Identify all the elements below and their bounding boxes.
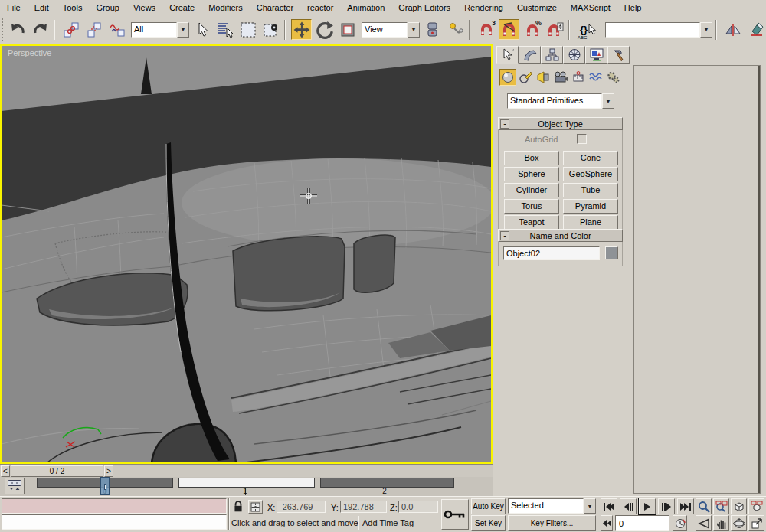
menu-item[interactable]: Create: [162, 2, 201, 14]
tab-modify[interactable]: [519, 46, 541, 64]
name-color-rollout-header[interactable]: - Name and Color: [498, 229, 623, 242]
object-type-button-geosphere[interactable]: GeoSphere: [563, 167, 618, 181]
y-coord-field[interactable]: [340, 501, 387, 513]
menu-item[interactable]: Rendering: [457, 2, 510, 14]
select-by-name-icon[interactable]: [214, 19, 235, 40]
fov-icon[interactable]: [696, 515, 712, 531]
add-time-tag[interactable]: Add Time Tag: [362, 518, 414, 527]
viewport-label[interactable]: Perspective: [8, 48, 51, 57]
object-type-button-cylinder[interactable]: Cylinder: [504, 183, 559, 197]
tab-motion[interactable]: [563, 46, 585, 64]
go-to-start-icon[interactable]: [601, 498, 617, 514]
snap-3d-icon[interactable]: 3: [476, 19, 496, 40]
track-range-icon[interactable]: [5, 478, 25, 494]
menu-item[interactable]: Graph Editors: [391, 2, 457, 14]
previous-frame-icon[interactable]: [620, 498, 637, 514]
object-type-button-pyramid[interactable]: Pyramid: [563, 199, 618, 214]
rotate-icon[interactable]: [314, 19, 335, 40]
track-bar[interactable]: 0 1 2: [0, 477, 493, 496]
menu-item[interactable]: Group: [89, 2, 126, 14]
next-frame-icon[interactable]: [658, 498, 675, 514]
zoom-icon[interactable]: [696, 498, 712, 514]
autogrid-checkbox[interactable]: [577, 134, 587, 144]
systems-icon[interactable]: [605, 69, 622, 86]
object-type-button-plane[interactable]: Plane: [563, 215, 618, 230]
track-bar-frame-indicator[interactable]: [100, 477, 110, 495]
key-mode-dropdown[interactable]: Selected ▼: [508, 498, 596, 514]
arc-rotate-icon[interactable]: [731, 515, 747, 531]
angle-snap-icon[interactable]: [499, 19, 519, 40]
zoom-all-icon[interactable]: [713, 498, 729, 514]
menu-item[interactable]: Modifiers: [201, 2, 250, 14]
chevron-down-icon[interactable]: ▼: [700, 22, 712, 38]
undo-icon[interactable]: [7, 19, 28, 40]
viewport-canvas[interactable]: [2, 46, 491, 462]
play-button-icon[interactable]: [639, 498, 656, 514]
menu-item[interactable]: File: [0, 2, 28, 14]
selection-filter-dropdown[interactable]: All ▼: [131, 22, 189, 38]
chevron-down-icon[interactable]: ▼: [177, 22, 189, 38]
menu-item[interactable]: Views: [126, 2, 162, 14]
auto-key-button[interactable]: Auto Key: [471, 498, 506, 514]
named-selection-dropdown[interactable]: ▼: [605, 22, 712, 38]
align-icon[interactable]: [745, 19, 766, 40]
time-slider-handle[interactable]: 0 / 2: [11, 465, 103, 477]
key-mode-toggle-icon[interactable]: [601, 515, 613, 531]
pan-hand-icon[interactable]: [713, 515, 729, 531]
redo-icon[interactable]: [30, 19, 51, 40]
set-keys-button[interactable]: [441, 499, 469, 530]
menu-item[interactable]: reactor: [300, 2, 340, 14]
menu-item[interactable]: Help: [617, 2, 649, 14]
cameras-icon[interactable]: [552, 69, 569, 86]
object-type-button-torus[interactable]: Torus: [504, 199, 559, 214]
select-link-icon[interactable]: [61, 19, 81, 40]
manipulate-icon[interactable]: [445, 19, 466, 40]
time-configuration-icon[interactable]: [673, 515, 687, 531]
object-type-rollout-header[interactable]: - Object Type: [498, 117, 623, 130]
shapes-icon[interactable]: [517, 69, 534, 86]
spacewarps-icon[interactable]: [588, 69, 604, 86]
set-key-button[interactable]: Set Key: [471, 515, 506, 531]
rect-region-icon[interactable]: [237, 19, 258, 40]
minmax-toggle-icon[interactable]: [748, 515, 764, 531]
object-name-field[interactable]: [503, 246, 600, 260]
chevron-down-icon[interactable]: ▼: [408, 22, 420, 38]
abs-offset-icon[interactable]: [248, 500, 263, 514]
percent-snap-icon[interactable]: %: [522, 19, 542, 40]
toolbar-grip[interactable]: [2, 18, 5, 41]
lock-icon[interactable]: [233, 501, 244, 513]
select-object-icon[interactable]: [192, 19, 212, 40]
zoom-extents-all-icon[interactable]: [748, 498, 764, 514]
mirror-icon[interactable]: [722, 19, 743, 40]
object-color-swatch[interactable]: [605, 246, 618, 259]
primitives-category-dropdown[interactable]: Standard Primitives ▼: [507, 93, 614, 109]
perspective-viewport[interactable]: Perspective: [0, 44, 493, 464]
menu-item[interactable]: Character: [250, 2, 300, 14]
unlink-icon[interactable]: [83, 19, 104, 40]
time-slider-prev-button[interactable]: <: [1, 465, 10, 477]
menu-item[interactable]: Customize: [510, 2, 564, 14]
menu-item[interactable]: Animation: [340, 2, 391, 14]
coord-system-dropdown[interactable]: View ▼: [362, 22, 420, 38]
z-coord-field[interactable]: [398, 501, 438, 513]
tab-create[interactable]: [496, 46, 519, 64]
menu-item[interactable]: Edit: [28, 2, 56, 14]
zoom-extents-icon[interactable]: [731, 498, 747, 514]
scale-icon[interactable]: [337, 19, 358, 40]
tab-utilities[interactable]: [607, 46, 630, 64]
object-type-button-teapot[interactable]: Teapot: [504, 215, 559, 230]
chevron-down-icon[interactable]: ▼: [584, 498, 596, 514]
geometry-icon[interactable]: [499, 69, 516, 86]
tab-display[interactable]: [585, 46, 607, 64]
bind-spacewarp-icon[interactable]: [106, 19, 127, 40]
time-slider-next-button[interactable]: >: [104, 465, 113, 477]
named-sets-icon[interactable]: {} ABC: [575, 19, 601, 40]
chevron-down-icon[interactable]: ▼: [602, 93, 614, 109]
menu-item[interactable]: Tools: [56, 2, 90, 14]
helpers-icon[interactable]: [570, 69, 587, 86]
tab-hierarchy[interactable]: [541, 46, 563, 64]
object-type-button-sphere[interactable]: Sphere: [504, 167, 559, 181]
menu-item[interactable]: MAXScript: [564, 2, 617, 14]
current-frame-field[interactable]: [615, 515, 669, 531]
object-type-button-cone[interactable]: Cone: [563, 151, 618, 165]
